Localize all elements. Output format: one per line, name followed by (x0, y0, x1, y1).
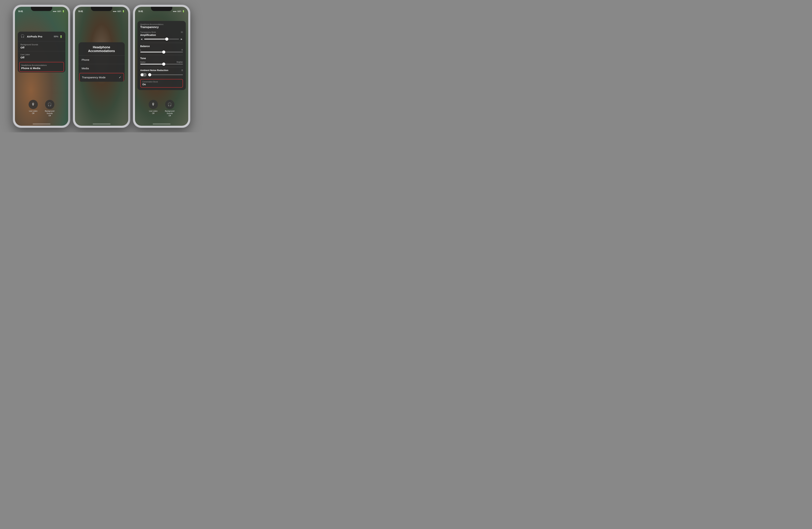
balance-track[interactable] (140, 52, 183, 53)
menu-phone[interactable]: Phone (78, 56, 125, 64)
live-listen-row[interactable]: Live Listen Off (18, 51, 66, 61)
anr-header-row: Ambient Noise Reduction 0 (140, 69, 183, 72)
background-sounds-row[interactable]: Background Sounds Off (18, 41, 66, 51)
panel-header-title: Transparency (140, 26, 183, 29)
menu-transparency-label: Transparency Mode (82, 76, 106, 79)
live-listen-value: Off (20, 56, 62, 59)
tone-track[interactable] (140, 64, 183, 65)
bg-sounds-btn-label-3: BackgroundSoundsOff (165, 110, 174, 117)
volume-low-icon: ◀ (140, 38, 143, 40)
divider-3 (140, 67, 183, 67)
battery-icon-3: 🔋 (182, 10, 185, 12)
battery-icon-2: 🔋 (122, 10, 125, 12)
live-listen-btn-label-3: Live ListenOff (149, 110, 158, 115)
headphone-accommodations-row-highlighted[interactable]: Headphone Accommodations Phone & Media (19, 62, 64, 72)
amplification-title: Amplification (140, 33, 183, 37)
wifi-icon-3: WiFi (177, 10, 181, 12)
balance-thumb[interactable] (162, 51, 165, 54)
bg-sounds-value: Off (20, 46, 62, 49)
bg-sounds-label: Background Sounds (20, 44, 62, 46)
volume-high-icon: ▶ (180, 38, 183, 40)
background-sounds-btn-3[interactable]: 🎧 BackgroundSoundsOff (165, 100, 174, 117)
conversation-boost-highlighted[interactable]: Conversation Boost On (140, 79, 183, 88)
ha-menu-panel: Headphone Accommodations Phone Media Tra… (78, 42, 125, 82)
battery-full-icon: 🔋 (59, 35, 62, 38)
panel-header-label: Headphone Accommodations (140, 24, 183, 25)
tone-title: Tone (140, 57, 183, 60)
balance-fill (140, 52, 164, 53)
phone-1-screen: 9:41 ●●● WiFi 🔋 🎧 AirPods Pro 99% 🔋 (15, 7, 68, 126)
tone-brighter-label: Brighter (176, 61, 183, 63)
anr-value: 0 (182, 69, 183, 72)
amplification-fill (144, 39, 167, 40)
phone-2-screen: 9:41 ●●● WiFi 🔋 Headphone Accommodations… (75, 7, 128, 126)
anr-section: Ambient Noise Reduction 0 (140, 69, 183, 76)
live-listen-label: Live Listen (20, 54, 62, 56)
battery-info: 99% 🔋 (54, 35, 62, 38)
time-3: 9:41 (139, 10, 143, 13)
menu-media[interactable]: Media (78, 64, 125, 73)
time-2: 9:41 (78, 10, 83, 13)
amplification-slider-row: ◀ ▶ (140, 38, 183, 40)
signal-icon-1: ●●● (53, 10, 57, 12)
amplification-thumb[interactable] (165, 38, 168, 41)
balance-left-label: L (140, 49, 141, 51)
anr-toggle[interactable] (140, 73, 147, 76)
balance-section: Balance L R (140, 45, 183, 53)
signal-icon-2: ●●● (113, 10, 116, 12)
tone-darker-label: Darker (140, 61, 146, 63)
notch-2 (91, 7, 112, 11)
bg-sounds-circle: 🎧 (45, 100, 54, 109)
panel-header-left: 🎧 AirPods Pro (20, 34, 42, 39)
live-listen-btn-3[interactable]: 🎙 Live ListenOff (149, 100, 158, 117)
anr-thumb[interactable] (148, 73, 151, 76)
phone-3: 9:41 ●●● WiFi 🔋 Headphone Accommodations… (133, 5, 190, 128)
live-listen-btn[interactable]: 🎙 Live ListenOff (29, 100, 38, 117)
conv-boost-label: Conversation Boost (142, 81, 181, 83)
notch-1 (31, 7, 52, 11)
home-indicator-2 (93, 124, 111, 124)
amplification-track[interactable] (144, 39, 179, 40)
tone-thumb[interactable] (162, 62, 165, 66)
conv-boost-value: On (142, 83, 181, 86)
panel-header: 🎧 AirPods Pro 99% 🔋 (18, 32, 66, 41)
bg-sounds-btn-label: BackgroundSoundsOff (45, 110, 54, 117)
anr-slider-track[interactable] (148, 74, 183, 75)
balance-title: Balance (140, 45, 183, 47)
home-indicator-3 (153, 124, 171, 124)
battery-pct: 99% (54, 35, 58, 38)
tone-labels: Darker Brighter (140, 61, 183, 63)
tone-fill (140, 64, 164, 65)
anr-label: Ambient Noise Reduction (140, 69, 168, 72)
menu-media-label: Media (82, 67, 89, 70)
transparency-mode-label: Transparency Mode (140, 31, 156, 33)
headphone-acc-label: Headphone Accommodations (21, 64, 62, 66)
background-sounds-btn[interactable]: 🎧 BackgroundSoundsOff (45, 100, 54, 117)
status-icons-2: ●●● WiFi 🔋 (113, 10, 125, 12)
time-1: 9:41 (18, 10, 23, 13)
menu-transparency-highlighted[interactable]: Transparency Mode ✓ (79, 73, 124, 81)
transparency-panel: Headphone Accommodations Transparency Tr… (137, 21, 186, 90)
phone-2: 9:41 ●●● WiFi 🔋 Headphone Accommodations… (73, 5, 130, 128)
menu-phone-label: Phone (82, 58, 89, 61)
bottom-controls-1: 🎙 Live ListenOff 🎧 BackgroundSoundsOff (15, 100, 68, 117)
live-listen-btn-label: Live ListenOff (29, 110, 38, 115)
airpods-panel: 🎧 AirPods Pro 99% 🔋 Background Sounds Of… (18, 32, 66, 72)
phone-wrapper: 9:41 ●●● WiFi 🔋 🎧 AirPods Pro 99% 🔋 (0, 0, 203, 132)
live-listen-circle: 🎙 (29, 100, 38, 109)
battery-icon-1: 🔋 (62, 10, 64, 12)
airpods-icon: 🎧 (20, 34, 26, 39)
bg-sounds-circle-3: 🎧 (165, 100, 174, 109)
divider-1 (140, 43, 183, 43)
anr-toggle-knob (141, 73, 144, 76)
home-indicator-1 (33, 124, 50, 124)
amplification-header: Transparency Mode 50 (140, 31, 183, 33)
notch-3 (151, 7, 172, 11)
amplification-section: Transparency Mode 50 Amplification ◀ ▶ (140, 31, 183, 40)
signal-icon-3: ●●● (173, 10, 176, 12)
amplification-value: 50 (181, 31, 183, 33)
airpods-title: AirPods Pro (27, 35, 42, 38)
phone-3-screen: 9:41 ●●● WiFi 🔋 Headphone Accommodations… (135, 7, 188, 126)
tone-section: Tone Darker Brighter (140, 57, 183, 65)
wifi-icon-2: WiFi (117, 10, 121, 12)
